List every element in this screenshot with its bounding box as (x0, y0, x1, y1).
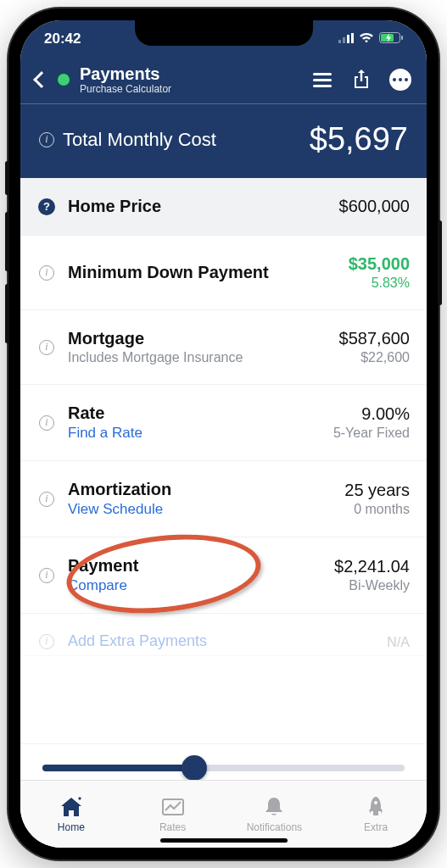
list-icon[interactable] (311, 69, 333, 91)
row-down-payment[interactable]: i Minimum Down Payment $35,000 5.83% (20, 236, 427, 310)
summary-bar: i Total Monthly Cost $5,697 (20, 104, 427, 178)
row-extra-payments[interactable]: i Add Extra Payments N/A (20, 614, 427, 656)
row-home-price[interactable]: ? Home Price $600,000 (20, 178, 427, 236)
page-title: Payments (80, 64, 301, 83)
row-value: $35,000 (349, 254, 410, 274)
more-icon[interactable] (389, 69, 411, 91)
tab-label: Extra (364, 821, 388, 833)
wifi-icon (359, 31, 374, 47)
info-icon[interactable]: i (39, 568, 54, 583)
row-label: Home Price (68, 197, 327, 216)
battery-icon (379, 31, 403, 47)
tab-extra[interactable]: Extra (325, 781, 427, 848)
row-label: Amortization (68, 480, 332, 499)
row-label: Payment (68, 556, 322, 576)
bell-icon (262, 796, 286, 818)
summary-label: Total Monthly Cost (63, 129, 216, 151)
info-icon[interactable]: i (39, 634, 54, 649)
compare-link[interactable]: Compare (68, 577, 322, 594)
row-label: Mortgage (68, 329, 327, 348)
row-value-sub: 0 months (344, 502, 410, 517)
help-icon[interactable]: ? (38, 198, 55, 215)
share-icon[interactable] (350, 69, 372, 91)
row-value-sub: $22,600 (339, 350, 410, 365)
tab-home[interactable]: Home (20, 781, 122, 848)
tab-label: Notifications (247, 821, 302, 833)
page-subtitle: Purchase Calculator (80, 83, 301, 95)
row-value-sub: 5-Year Fixed (333, 426, 410, 441)
row-mortgage[interactable]: i Mortgage Includes Mortgage Insurance $… (20, 310, 427, 385)
back-icon[interactable] (33, 71, 50, 88)
tab-bar: Home Rates Notifications Extra (20, 780, 427, 848)
tab-label: Rates (159, 821, 186, 833)
svg-rect-1 (343, 37, 345, 43)
row-value: 25 years (344, 481, 410, 500)
row-value: 9.00% (333, 404, 410, 424)
slider-thumb[interactable] (182, 755, 207, 781)
row-label: Add Extra Payments (68, 632, 375, 650)
svg-rect-6 (401, 36, 403, 40)
row-label: Rate (68, 403, 321, 423)
info-icon[interactable]: i (39, 492, 54, 507)
slider-area (20, 743, 427, 780)
row-value: $2,241.04 (334, 557, 410, 576)
row-amortization[interactable]: i Amortization View Schedule 25 years 0 … (20, 461, 427, 537)
row-label: Minimum Down Payment (68, 263, 337, 282)
summary-value: $5,697 (310, 121, 408, 158)
svg-rect-2 (347, 35, 349, 43)
info-icon[interactable]: i (39, 415, 54, 431)
row-value-sub: Bi-Weekly (334, 578, 410, 593)
nav-bar: Payments Purchase Calculator (20, 58, 427, 104)
info-icon[interactable]: i (39, 265, 54, 281)
value-slider[interactable] (42, 765, 405, 771)
home-icon (59, 796, 83, 818)
svg-rect-0 (338, 40, 341, 43)
cell-signal-icon (338, 31, 354, 47)
tab-label: Home (58, 821, 85, 833)
row-payment[interactable]: i Payment Compare $2,241.04 Bi-Weekly (20, 537, 427, 614)
content: ? Home Price $600,000 i Minimum Down Pay… (20, 178, 427, 656)
row-rate[interactable]: i Rate Find a Rate 9.00% 5-Year Fixed (20, 385, 427, 461)
chart-icon (161, 796, 185, 818)
row-value: N/A (387, 635, 410, 650)
info-icon[interactable]: i (39, 132, 54, 147)
status-time: 20:42 (44, 31, 81, 47)
find-rate-link[interactable]: Find a Rate (68, 425, 321, 442)
row-value: $600,000 (339, 197, 410, 216)
status-dot-icon (58, 74, 70, 86)
info-icon[interactable]: i (39, 340, 54, 355)
row-value: $587,600 (339, 329, 410, 348)
notch (135, 20, 313, 46)
svg-rect-3 (351, 33, 354, 43)
rocket-icon (364, 796, 388, 818)
view-schedule-link[interactable]: View Schedule (68, 501, 332, 518)
row-value-sub: 5.83% (349, 275, 410, 291)
home-indicator[interactable] (160, 838, 288, 843)
row-sub: Includes Mortgage Insurance (68, 350, 327, 365)
